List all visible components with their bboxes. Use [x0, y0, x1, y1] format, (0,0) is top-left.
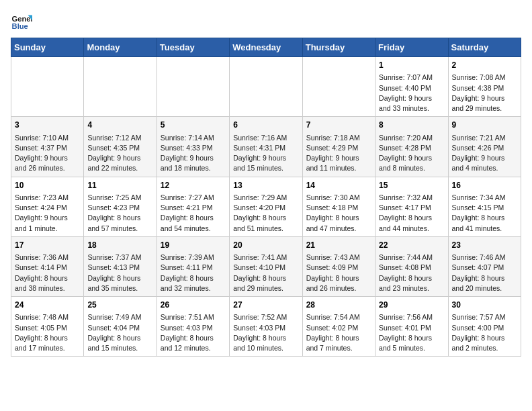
calendar-cell: 30Sunrise: 7:57 AM Sunset: 4:00 PM Dayli…: [448, 297, 521, 357]
calendar-cell: 10Sunrise: 7:23 AM Sunset: 4:24 PM Dayli…: [11, 177, 84, 236]
calendar-cell: 6Sunrise: 7:16 AM Sunset: 4:31 PM Daylig…: [230, 117, 302, 177]
calendar-body: 1Sunrise: 7:07 AM Sunset: 4:40 PM Daylig…: [11, 57, 521, 357]
day-info: Sunrise: 7:25 AM Sunset: 4:23 PM Dayligh…: [87, 193, 152, 234]
day-info: Sunrise: 7:56 AM Sunset: 4:01 PM Dayligh…: [379, 312, 444, 353]
day-info: Sunrise: 7:29 AM Sunset: 4:20 PM Dayligh…: [233, 193, 298, 234]
day-number: 22: [379, 240, 444, 251]
day-number: 14: [306, 180, 371, 191]
day-number: 7: [306, 120, 371, 131]
calendar-week-row: 10Sunrise: 7:23 AM Sunset: 4:24 PM Dayli…: [11, 177, 521, 236]
calendar-cell: [157, 57, 229, 117]
day-info: Sunrise: 7:08 AM Sunset: 4:38 PM Dayligh…: [452, 73, 517, 113]
day-number: 16: [452, 180, 517, 191]
day-number: 2: [452, 60, 517, 71]
calendar-week-row: 24Sunrise: 7:48 AM Sunset: 4:05 PM Dayli…: [11, 297, 521, 357]
day-info: Sunrise: 7:43 AM Sunset: 4:09 PM Dayligh…: [306, 253, 371, 293]
day-info: Sunrise: 7:37 AM Sunset: 4:13 PM Dayligh…: [87, 253, 152, 293]
day-of-week-header: Friday: [375, 38, 448, 57]
day-number: 27: [233, 300, 298, 311]
day-number: 21: [306, 240, 371, 251]
day-number: 9: [452, 120, 517, 131]
calendar-cell: 11Sunrise: 7:25 AM Sunset: 4:23 PM Dayli…: [84, 177, 157, 236]
calendar-cell: 20Sunrise: 7:41 AM Sunset: 4:10 PM Dayli…: [230, 236, 302, 296]
calendar-cell: 7Sunrise: 7:18 AM Sunset: 4:29 PM Daylig…: [302, 117, 375, 177]
calendar-cell: 23Sunrise: 7:46 AM Sunset: 4:07 PM Dayli…: [448, 236, 521, 296]
calendar-cell: 25Sunrise: 7:49 AM Sunset: 4:04 PM Dayli…: [84, 297, 157, 357]
day-of-week-header: Saturday: [448, 38, 521, 57]
calendar-cell: 14Sunrise: 7:30 AM Sunset: 4:18 PM Dayli…: [302, 177, 375, 236]
calendar-cell: 29Sunrise: 7:56 AM Sunset: 4:01 PM Dayli…: [375, 297, 448, 357]
days-of-week-row: SundayMondayTuesdayWednesdayThursdayFrid…: [11, 38, 521, 57]
day-info: Sunrise: 7:34 AM Sunset: 4:15 PM Dayligh…: [452, 193, 517, 234]
logo: General Blue: [11, 11, 32, 32]
calendar-week-row: 1Sunrise: 7:07 AM Sunset: 4:40 PM Daylig…: [11, 57, 521, 117]
day-info: Sunrise: 7:16 AM Sunset: 4:31 PM Dayligh…: [233, 133, 298, 174]
day-info: Sunrise: 7:51 AM Sunset: 4:03 PM Dayligh…: [161, 312, 226, 353]
day-info: Sunrise: 7:57 AM Sunset: 4:00 PM Dayligh…: [452, 312, 517, 353]
calendar-cell: 15Sunrise: 7:32 AM Sunset: 4:17 PM Dayli…: [375, 177, 448, 236]
day-info: Sunrise: 7:52 AM Sunset: 4:03 PM Dayligh…: [233, 312, 298, 353]
calendar-cell: 24Sunrise: 7:48 AM Sunset: 4:05 PM Dayli…: [11, 297, 84, 357]
calendar-cell: 17Sunrise: 7:36 AM Sunset: 4:14 PM Dayli…: [11, 236, 84, 296]
day-number: 11: [87, 180, 152, 191]
day-number: 19: [161, 240, 226, 251]
calendar-cell: [302, 57, 375, 117]
day-info: Sunrise: 7:32 AM Sunset: 4:17 PM Dayligh…: [379, 193, 444, 234]
calendar-cell: [11, 57, 84, 117]
day-number: 5: [161, 120, 226, 131]
day-of-week-header: Wednesday: [230, 38, 302, 57]
day-number: 23: [452, 240, 517, 251]
day-info: Sunrise: 7:36 AM Sunset: 4:14 PM Dayligh…: [15, 253, 80, 293]
day-info: Sunrise: 7:39 AM Sunset: 4:11 PM Dayligh…: [161, 253, 226, 293]
calendar-cell: 2Sunrise: 7:08 AM Sunset: 4:38 PM Daylig…: [448, 57, 521, 117]
day-info: Sunrise: 7:23 AM Sunset: 4:24 PM Dayligh…: [15, 193, 80, 234]
calendar-cell: 12Sunrise: 7:27 AM Sunset: 4:21 PM Dayli…: [157, 177, 229, 236]
day-info: Sunrise: 7:49 AM Sunset: 4:04 PM Dayligh…: [87, 312, 152, 353]
day-number: 20: [233, 240, 298, 251]
calendar-cell: 28Sunrise: 7:54 AM Sunset: 4:02 PM Dayli…: [302, 297, 375, 357]
day-number: 12: [161, 180, 226, 191]
day-info: Sunrise: 7:30 AM Sunset: 4:18 PM Dayligh…: [306, 193, 371, 234]
day-number: 25: [87, 300, 152, 311]
day-info: Sunrise: 7:20 AM Sunset: 4:28 PM Dayligh…: [379, 133, 444, 174]
calendar-cell: 16Sunrise: 7:34 AM Sunset: 4:15 PM Dayli…: [448, 177, 521, 236]
day-number: 17: [15, 240, 80, 251]
day-number: 13: [233, 180, 298, 191]
day-info: Sunrise: 7:54 AM Sunset: 4:02 PM Dayligh…: [306, 312, 371, 353]
day-number: 15: [379, 180, 444, 191]
calendar-cell: 26Sunrise: 7:51 AM Sunset: 4:03 PM Dayli…: [157, 297, 229, 357]
calendar-cell: 4Sunrise: 7:12 AM Sunset: 4:35 PM Daylig…: [84, 117, 157, 177]
day-of-week-header: Sunday: [11, 38, 84, 57]
calendar-cell: [230, 57, 302, 117]
day-number: 6: [233, 120, 298, 131]
day-of-week-header: Thursday: [302, 38, 375, 57]
day-info: Sunrise: 7:12 AM Sunset: 4:35 PM Dayligh…: [87, 133, 152, 174]
calendar-cell: 5Sunrise: 7:14 AM Sunset: 4:33 PM Daylig…: [157, 117, 229, 177]
calendar-table: SundayMondayTuesdayWednesdayThursdayFrid…: [11, 38, 521, 357]
day-info: Sunrise: 7:14 AM Sunset: 4:33 PM Dayligh…: [161, 133, 226, 174]
calendar-cell: 21Sunrise: 7:43 AM Sunset: 4:09 PM Dayli…: [302, 236, 375, 296]
day-number: 26: [161, 300, 226, 311]
day-of-week-header: Monday: [84, 38, 157, 57]
day-number: 4: [87, 120, 152, 131]
day-number: 18: [87, 240, 152, 251]
day-number: 3: [15, 120, 80, 131]
day-info: Sunrise: 7:27 AM Sunset: 4:21 PM Dayligh…: [161, 193, 226, 234]
day-number: 28: [306, 300, 371, 311]
day-info: Sunrise: 7:41 AM Sunset: 4:10 PM Dayligh…: [233, 253, 298, 293]
calendar-week-row: 3Sunrise: 7:10 AM Sunset: 4:37 PM Daylig…: [11, 117, 521, 177]
calendar-cell: 18Sunrise: 7:37 AM Sunset: 4:13 PM Dayli…: [84, 236, 157, 296]
calendar-cell: [84, 57, 157, 117]
calendar-cell: 13Sunrise: 7:29 AM Sunset: 4:20 PM Dayli…: [230, 177, 302, 236]
day-info: Sunrise: 7:46 AM Sunset: 4:07 PM Dayligh…: [452, 253, 517, 293]
day-number: 10: [15, 180, 80, 191]
header: General Blue: [11, 11, 521, 32]
day-number: 24: [15, 300, 80, 311]
day-info: Sunrise: 7:48 AM Sunset: 4:05 PM Dayligh…: [15, 312, 80, 353]
day-number: 1: [379, 60, 444, 71]
calendar-cell: 22Sunrise: 7:44 AM Sunset: 4:08 PM Dayli…: [375, 236, 448, 296]
calendar-cell: 8Sunrise: 7:20 AM Sunset: 4:28 PM Daylig…: [375, 117, 448, 177]
logo-icon: General Blue: [11, 11, 32, 32]
day-info: Sunrise: 7:07 AM Sunset: 4:40 PM Dayligh…: [379, 73, 444, 113]
day-info: Sunrise: 7:21 AM Sunset: 4:26 PM Dayligh…: [452, 133, 517, 174]
